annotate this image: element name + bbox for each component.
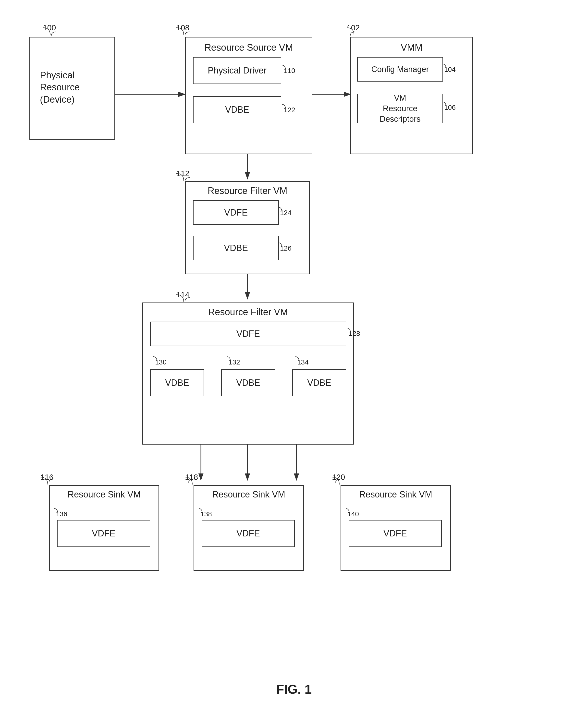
bracket-132 — [226, 356, 232, 363]
vdfe-124-label: VDFE — [224, 208, 248, 218]
vdbe-132-label: VDBE — [236, 378, 260, 388]
vm-resource-descriptors-label: VM Resource Descriptors — [379, 93, 421, 124]
bracket-140 — [344, 507, 351, 515]
vdfe-136-label: VDFE — [92, 528, 115, 539]
bracket-110 — [281, 64, 287, 71]
vdfe-136-box: VDFE — [57, 520, 150, 547]
vdbe-122-box: VDBE — [193, 96, 281, 123]
config-manager-label: Config Manager — [372, 65, 429, 74]
bracket-138 — [197, 507, 204, 515]
resource-sink-vm-120-label: Resource Sink VM — [359, 489, 432, 500]
vdbe-122-label: VDBE — [225, 105, 249, 115]
resource-source-vm-label: Resource Source VM — [204, 42, 293, 53]
vdfe-140-label: VDFE — [383, 528, 407, 539]
config-manager-box: Config Manager — [357, 57, 443, 82]
resource-filter-vm-114-label: Resource Filter VM — [208, 307, 288, 317]
vdbe-130-box: VDBE — [150, 369, 204, 396]
bracket-100 — [38, 26, 53, 36]
vdbe-132-box: VDBE — [221, 369, 275, 396]
resource-source-vm-box: Resource Source VM Physical Driver 110 V… — [185, 37, 312, 154]
physical-resource-box: Physical Resource (Device) — [29, 37, 115, 140]
resource-sink-vm-118-label: Resource Sink VM — [212, 489, 285, 500]
resource-filter-vm-114-box: Resource Filter VM VDFE 128 130 132 134 … — [142, 302, 354, 445]
bracket-108 — [171, 26, 186, 36]
vdbe-134-label: VDBE — [307, 378, 331, 388]
resource-sink-vm-118-box: Resource Sink VM 138 VDFE — [193, 485, 304, 571]
bracket-106 — [441, 101, 447, 108]
resource-sink-vm-116-label: Resource Sink VM — [68, 489, 141, 500]
resource-sink-vm-120-box: Resource Sink VM 140 VDFE — [340, 485, 451, 571]
vdfe-124-box: VDFE — [193, 200, 279, 225]
vdfe-138-label: VDFE — [236, 528, 260, 539]
bracket-122 — [281, 103, 287, 110]
bracket-104 — [441, 63, 447, 70]
physical-driver-label: Physical Driver — [208, 65, 267, 76]
physical-driver-box: Physical Driver — [193, 57, 281, 84]
vm-resource-descriptors-box: VM Resource Descriptors — [357, 94, 443, 123]
vdbe-126-box: VDBE — [193, 236, 279, 260]
diagram: 100 Physical Resource (Device) 108 Resou… — [0, 0, 588, 726]
vdbe-134-box: VDBE — [292, 369, 346, 396]
bracket-136 — [53, 507, 59, 515]
vdfe-140-box: VDFE — [349, 520, 442, 547]
physical-resource-label: Physical Resource (Device) — [40, 69, 80, 106]
vdfe-128-label: VDFE — [236, 329, 260, 339]
figure-label: FIG. 1 — [257, 682, 331, 697]
resource-filter-vm-112-label: Resource Filter VM — [208, 186, 287, 196]
bracket-118 — [180, 476, 195, 486]
bracket-130 — [152, 356, 158, 363]
vdfe-128-box: VDFE — [150, 322, 346, 346]
resource-filter-vm-112-box: Resource Filter VM VDFE 124 VDBE 126 — [185, 181, 310, 274]
bracket-126 — [277, 241, 283, 249]
vdbe-130-label: VDBE — [165, 378, 189, 388]
vmm-box: VMM Config Manager 104 VM Resource Descr… — [350, 37, 473, 154]
bracket-120 — [327, 476, 342, 486]
bracket-134 — [294, 356, 300, 363]
vmm-label: VMM — [401, 42, 423, 53]
bracket-124 — [277, 206, 283, 213]
vdfe-138-box: VDFE — [202, 520, 295, 547]
vdbe-126-label: VDBE — [224, 243, 248, 253]
bracket-112 — [171, 172, 186, 182]
bracket-116 — [36, 476, 50, 486]
bracket-102 — [342, 26, 356, 36]
bracket-114 — [171, 294, 186, 303]
resource-sink-vm-116-box: Resource Sink VM 136 VDFE — [49, 485, 159, 571]
bracket-128 — [346, 327, 352, 334]
